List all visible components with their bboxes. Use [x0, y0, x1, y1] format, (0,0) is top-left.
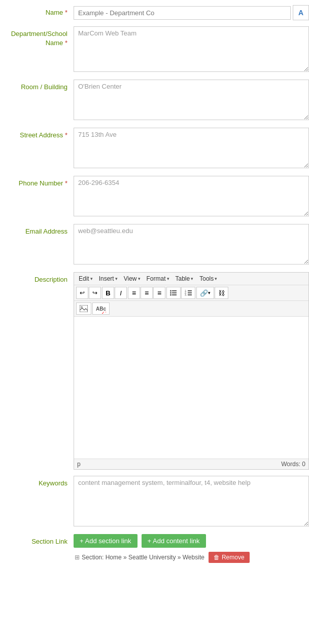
view-caret-icon: ▾ — [138, 276, 141, 281]
rte-redo-button[interactable]: ↪ — [89, 287, 101, 299]
dept-row: Department/School Name * MarCom Web Team — [0, 26, 309, 73]
description-label: Description — [0, 272, 74, 284]
rte-menu-tools[interactable]: Tools ▾ — [197, 274, 220, 283]
keywords-row: Keywords content management system, term… — [0, 476, 309, 528]
keywords-textarea[interactable]: content management system, terminalfour,… — [74, 476, 309, 526]
edit-caret-icon: ▾ — [90, 276, 93, 281]
table-caret-icon: ▾ — [191, 276, 193, 281]
street-label: Street Address * — [0, 128, 74, 140]
rte-link-button[interactable]: 🔗 ▾ — [196, 287, 214, 299]
rte-toolbar-row2: ABc — [74, 301, 308, 317]
form-container: Name * A Department/School Name * MarCom… — [0, 0, 309, 574]
name-format-button[interactable]: A — [293, 5, 309, 20]
remove-button[interactable]: 🗑 Remove — [209, 552, 250, 563]
rte-wrapper: Edit ▾ Insert ▾ View ▾ Format ▾ — [74, 272, 309, 470]
keywords-label: Keywords — [0, 476, 74, 488]
room-field: O'Brien Center — [74, 80, 309, 122]
phone-field: 206-296-6354 — [74, 176, 309, 218]
rte-align-left-button[interactable]: ≡ — [128, 287, 140, 299]
format-caret-icon: ▾ — [167, 276, 169, 281]
section-link-field: + Add section link + Add content link ⊞ … — [74, 534, 309, 563]
rte-ul-button[interactable] — [166, 287, 181, 299]
rte-statusbar: p Words: 0 — [74, 459, 308, 469]
email-row: Email Address web@seattleu.edu — [0, 224, 309, 266]
rte-menu-table[interactable]: Table ▾ — [173, 274, 196, 283]
rte-menubar: Edit ▾ Insert ▾ View ▾ Format ▾ — [74, 273, 308, 285]
rte-align-right-button[interactable]: ≡ — [153, 287, 165, 299]
svg-rect-7 — [188, 290, 192, 291]
name-row: Name * A — [0, 5, 309, 20]
rte-menu-edit[interactable]: Edit ▾ — [76, 274, 95, 283]
name-input[interactable] — [74, 6, 291, 20]
svg-rect-11 — [188, 294, 192, 295]
svg-text:3.: 3. — [185, 293, 187, 296]
description-row: Description Edit ▾ Insert ▾ View ▾ — [0, 272, 309, 470]
rte-align-center-button[interactable]: ≡ — [141, 287, 153, 299]
name-label: Name * — [0, 5, 74, 17]
room-textarea[interactable]: O'Brien Center — [74, 80, 309, 120]
svg-rect-3 — [172, 292, 177, 293]
align-group: ≡ ≡ ≡ — [128, 287, 165, 299]
rte-tag: p — [77, 461, 81, 468]
section-info: ⊞ Section: Home » Seattle University » W… — [75, 552, 309, 563]
room-label: Room / Building — [0, 80, 74, 92]
section-info-text: Section: Home » Seattle University » Web… — [82, 554, 204, 561]
rte-italic-button[interactable]: I — [115, 287, 127, 299]
phone-row: Phone Number * 206-296-6354 — [0, 176, 309, 218]
phone-textarea[interactable]: 206-296-6354 — [74, 176, 309, 216]
section-link-row: Section Link + Add section link + Add co… — [0, 534, 309, 563]
dept-field: MarCom Web Team — [74, 26, 309, 73]
rte-menu-format[interactable]: Format ▾ — [144, 274, 172, 283]
keywords-field: content management system, terminalfour,… — [74, 476, 309, 528]
svg-rect-9 — [188, 292, 192, 293]
svg-rect-12 — [80, 305, 88, 312]
description-field: Edit ▾ Insert ▾ View ▾ Format ▾ — [74, 272, 309, 470]
section-link-buttons: + Add section link + Add content link — [74, 534, 309, 548]
rte-image-button[interactable] — [76, 302, 91, 315]
street-row: Street Address * 715 13th Ave — [0, 128, 309, 170]
dept-label: Department/School Name * — [0, 26, 74, 48]
email-field: web@seattleu.edu — [74, 224, 309, 266]
svg-point-2 — [170, 292, 171, 294]
rte-wordcount: Words: 0 — [281, 461, 305, 468]
section-icon: ⊞ — [75, 554, 80, 561]
rte-spell-button[interactable]: ABc — [92, 302, 110, 315]
email-label: Email Address — [0, 224, 74, 236]
rte-bold-button[interactable]: B — [102, 287, 114, 299]
rte-menu-view[interactable]: View ▾ — [121, 274, 143, 283]
room-row: Room / Building O'Brien Center — [0, 80, 309, 122]
email-textarea[interactable]: web@seattleu.edu — [74, 224, 309, 264]
name-field: A — [74, 5, 309, 20]
add-content-link-button[interactable]: + Add content link — [142, 534, 206, 548]
add-section-link-button[interactable]: + Add section link — [74, 534, 138, 548]
svg-point-0 — [170, 290, 171, 292]
street-field: 715 13th Ave — [74, 128, 309, 170]
rte-content-area[interactable] — [74, 317, 308, 459]
rte-unlink-button[interactable]: ⛓ — [215, 287, 228, 299]
svg-point-4 — [170, 294, 171, 296]
street-textarea[interactable]: 715 13th Ave — [74, 128, 309, 168]
trash-icon: 🗑 — [214, 554, 220, 561]
rte-undo-button[interactable]: ↩ — [76, 287, 88, 299]
rte-ol-button[interactable]: 1.2.3. — [181, 287, 195, 299]
dept-textarea[interactable]: MarCom Web Team — [74, 26, 309, 72]
rte-menu-insert[interactable]: Insert ▾ — [96, 274, 120, 283]
list-group: 1.2.3. — [166, 287, 195, 299]
section-link-label: Section Link — [0, 534, 74, 546]
bold-italic-group: B I — [102, 287, 127, 299]
undo-redo-group: ↩ ↪ — [76, 287, 101, 299]
insert-caret-icon: ▾ — [115, 276, 118, 281]
link-group: 🔗 ▾ ⛓ — [196, 287, 228, 299]
svg-rect-5 — [172, 294, 177, 295]
rte-toolbar-row1: ↩ ↪ B I ≡ ≡ ≡ — [74, 285, 308, 301]
tools-caret-icon: ▾ — [215, 276, 217, 281]
phone-label: Phone Number * — [0, 176, 74, 188]
svg-rect-1 — [172, 290, 177, 291]
svg-point-13 — [81, 306, 83, 308]
